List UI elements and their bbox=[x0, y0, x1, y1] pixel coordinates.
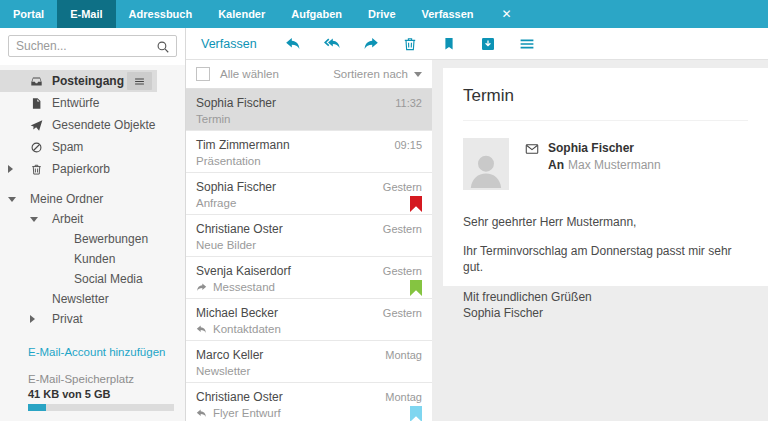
tree-label: Privat bbox=[52, 312, 83, 326]
mail-toolbar: Verfassen bbox=[186, 28, 768, 60]
folder-icon-slot bbox=[30, 163, 52, 176]
mail-list-item[interactable]: Tim ZimmermannPräsentation09:15 bbox=[186, 131, 432, 173]
tab-e-mail[interactable]: E-Mail bbox=[57, 0, 115, 28]
sort-dropdown[interactable]: Sortieren nach bbox=[333, 68, 422, 80]
mail-list-item[interactable]: Marco KellerNewsletterMontag bbox=[186, 341, 432, 383]
folder-label: Gesendete Objekte bbox=[52, 118, 155, 132]
chevron-down-icon bbox=[414, 72, 422, 77]
menu-icon-button[interactable] bbox=[519, 36, 535, 52]
tab-aufgaben[interactable]: Aufgaben bbox=[278, 0, 355, 28]
mail-list-item[interactable]: Sophia FischerAnfrageGestern bbox=[186, 173, 432, 215]
tab-kalender[interactable]: Kalender bbox=[205, 0, 278, 28]
mail-detail-card: Termin Sophia Fischer AnMax Mustermann bbox=[443, 68, 768, 286]
quota-value: 41 KB von 5 GB bbox=[28, 388, 185, 400]
sidebar-tree-meine-ordner[interactable]: Meine Ordner bbox=[0, 189, 185, 209]
mail-date: Gestern bbox=[383, 265, 422, 277]
tree-label: Meine Ordner bbox=[30, 192, 103, 206]
folder-list: PosteingangEntwürfeGesendete ObjekteSpam… bbox=[0, 70, 185, 180]
sidebar-tree-newsletter[interactable]: Newsletter bbox=[0, 289, 185, 309]
reply-icon bbox=[196, 324, 207, 335]
mail-list-item[interactable]: Sophia FischerTermin11:32 bbox=[186, 89, 432, 131]
sender-info: Sophia Fischer AnMax Mustermann bbox=[525, 138, 661, 190]
sidebar-folder-gesendete-objekte[interactable]: Gesendete Objekte bbox=[0, 114, 185, 136]
sidebar-folder-papierkorb[interactable]: Papierkorb bbox=[0, 158, 185, 180]
mail-rows: Sophia FischerTermin11:32Tim ZimmermannP… bbox=[186, 89, 432, 421]
search-input[interactable] bbox=[8, 35, 177, 57]
person-icon bbox=[467, 148, 505, 190]
caret-right-icon[interactable] bbox=[30, 315, 35, 323]
draft-icon bbox=[30, 97, 43, 110]
menu-icon bbox=[519, 36, 535, 52]
search-icon[interactable] bbox=[156, 40, 170, 54]
topbar: PortalE-MailAdressbuchKalenderAufgabenDr… bbox=[0, 0, 768, 28]
toolbar-icons bbox=[285, 36, 558, 52]
envelope-icon bbox=[525, 141, 539, 190]
reading-pane: Termin Sophia Fischer AnMax Mustermann bbox=[432, 60, 768, 421]
spam-icon bbox=[30, 141, 43, 154]
tab-adressbuch[interactable]: Adressbuch bbox=[116, 0, 206, 28]
select-all-checkbox[interactable] bbox=[196, 67, 210, 81]
caret-slot bbox=[30, 217, 52, 222]
recipient-line: AnMax Mustermann bbox=[548, 158, 661, 172]
tab-portal[interactable]: Portal bbox=[0, 0, 57, 28]
tree-label: Kunden bbox=[74, 252, 115, 266]
sent-icon bbox=[30, 119, 43, 132]
folder-icon-slot bbox=[30, 75, 52, 88]
mail-date: Gestern bbox=[383, 223, 422, 235]
tree-label: Social Media bbox=[74, 272, 143, 286]
sidebar-tree-arbeit[interactable]: Arbeit bbox=[0, 209, 185, 229]
mail-subject-text: Präsentation bbox=[196, 155, 261, 167]
sender-row: Sophia Fischer AnMax Mustermann bbox=[463, 138, 748, 190]
compose-button[interactable]: Verfassen bbox=[201, 37, 257, 51]
caret-down-icon[interactable] bbox=[30, 217, 38, 222]
sidebar-tree-kunden[interactable]: Kunden bbox=[0, 249, 185, 269]
folder-tree: Meine OrdnerArbeitBewerbungenKundenSocia… bbox=[0, 189, 185, 329]
close-tab-icon[interactable]: ✕ bbox=[487, 0, 527, 28]
sender-lines: Sophia Fischer AnMax Mustermann bbox=[548, 141, 661, 190]
forward-icon bbox=[363, 36, 379, 52]
flag-icon-button[interactable] bbox=[441, 36, 457, 52]
reply-all-icon bbox=[324, 36, 340, 52]
archive-icon-button[interactable] bbox=[480, 36, 496, 52]
caret-down-icon[interactable] bbox=[8, 197, 16, 202]
add-account-link[interactable]: E-Mail-Account hinzufügen bbox=[28, 346, 185, 358]
mail-subject-text: Neue Bilder bbox=[196, 239, 256, 251]
mail-subject-text: Anfrage bbox=[196, 197, 236, 209]
reply-all-icon-button[interactable] bbox=[324, 36, 340, 52]
webmail-app: PortalE-MailAdressbuchKalenderAufgabenDr… bbox=[0, 0, 768, 421]
mail-date: Montag bbox=[385, 391, 422, 403]
tab-drive[interactable]: Drive bbox=[355, 0, 409, 28]
sidebar-folder-spam[interactable]: Spam bbox=[0, 136, 185, 158]
folder-sidebar: PosteingangEntwürfeGesendete ObjekteSpam… bbox=[0, 28, 186, 421]
quota-bar bbox=[28, 404, 174, 411]
sidebar-folder-posteingang[interactable]: Posteingang bbox=[0, 70, 157, 92]
folder-label: Spam bbox=[52, 140, 83, 154]
reply-icon-button[interactable] bbox=[285, 36, 301, 52]
mail-subject-line: Messestand bbox=[196, 281, 422, 293]
mail-subject-text: Kontaktdaten bbox=[213, 323, 281, 335]
caret-right-icon[interactable] bbox=[8, 165, 13, 173]
quota-fill bbox=[28, 404, 46, 411]
select-all-label: Alle wählen bbox=[220, 68, 279, 80]
sidebar-tree-social-media[interactable]: Social Media bbox=[0, 269, 185, 289]
sidebar-folder-entwürfe[interactable]: Entwürfe bbox=[0, 92, 185, 114]
sender-name[interactable]: Sophia Fischer bbox=[548, 141, 661, 155]
mail-subject-line: Newsletter bbox=[196, 365, 422, 377]
sidebar-tree-privat[interactable]: Privat bbox=[0, 309, 185, 329]
mail-subject-text: Newsletter bbox=[196, 365, 250, 377]
to-label: An bbox=[548, 158, 564, 172]
forward-icon-button[interactable] bbox=[363, 36, 379, 52]
caret-slot bbox=[8, 197, 30, 202]
mail-subject-line: Anfrage bbox=[196, 197, 422, 209]
mail-list-item[interactable]: Christiane OsterNeue BilderGestern bbox=[186, 215, 432, 257]
mail-list-item[interactable]: Michael BeckerKontaktdatenGestern bbox=[186, 299, 432, 341]
forward-icon bbox=[196, 282, 207, 293]
mail-list-item[interactable]: Svenja KaiserdorfMessestandGestern bbox=[186, 257, 432, 299]
sidebar-tree-bewerbungen[interactable]: Bewerbungen bbox=[0, 229, 185, 249]
recipient-name[interactable]: Max Mustermann bbox=[568, 158, 661, 172]
folder-menu-button[interactable] bbox=[127, 72, 152, 90]
mail-list-item[interactable]: Christiane OsterFlyer EntwurfMontag bbox=[186, 383, 432, 421]
delete-icon-button[interactable] bbox=[402, 36, 418, 52]
tab-verfassen[interactable]: Verfassen bbox=[409, 0, 487, 28]
mail-main: Verfassen Alle wählen Sortieren nach Sop… bbox=[186, 28, 768, 421]
